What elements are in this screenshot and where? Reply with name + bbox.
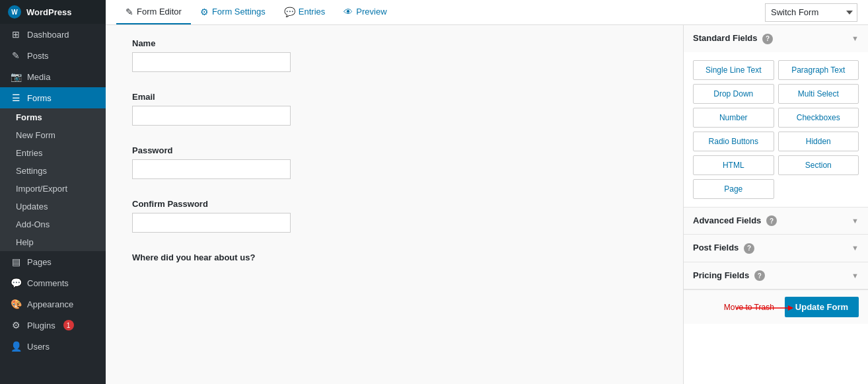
field-name: Name [132,38,657,72]
submenu-entries[interactable]: Entries [0,144,106,162]
field-btn-html[interactable]: HTML [693,155,774,175]
pricing-fields-section: Pricing Fields ? ▼ [684,262,868,290]
field-confirm-password: Confirm Password [132,199,657,233]
field-confirm-password-input[interactable] [132,213,291,233]
field-name-label: Name [132,38,657,48]
entries-icon: 💬 [284,7,295,17]
wp-logo-icon: W [8,5,21,19]
sidebar-item-media[interactable]: 📷 Media [0,66,106,87]
submenu-forms[interactable]: Forms [0,108,106,126]
tab-label: Preview [356,7,386,17]
sidebar-item-label: Media [27,72,50,82]
main-content: ✎ Form Editor ⚙ Form Settings 💬 Entries … [106,0,868,384]
field-btn-single-line-text[interactable]: Single Line Text [693,60,774,80]
standard-fields-content: Single Line Text Paragraph Text Drop Dow… [684,52,868,207]
comments-icon: 💬 [10,278,22,288]
bottom-bar: Move to Trash Update Form [684,289,868,324]
field-email-label: Email [132,92,657,102]
tab-label: Form Editor [137,7,182,17]
tab-form-editor[interactable]: ✎ Form Editor [116,0,191,24]
standard-fields-title: Standard Fields ? [693,33,773,44]
right-panel: Standard Fields ? ▼ Single Line Text Par… [683,25,868,384]
field-confirm-password-label: Confirm Password [132,199,657,209]
sidebar: W WordPress ⊞ Dashboard ✎ Posts 📷 Media … [0,0,106,384]
media-icon: 📷 [10,71,22,82]
field-btn-drop-down[interactable]: Drop Down [693,84,774,104]
sidebar-item-label: Comments [27,278,69,288]
form-editor-icon: ✎ [126,7,133,17]
switch-form-select[interactable]: Switch Form Contact Form Registration Fo… [765,3,857,22]
advanced-fields-help-icon: ? [766,215,777,226]
sidebar-item-label: Forms [27,93,52,103]
submenu-help[interactable]: Help [0,233,106,251]
field-btn-checkboxes[interactable]: Checkboxes [778,108,859,128]
tab-label: Entries [299,7,325,17]
advanced-fields-title: Advanced Fields ? [693,215,777,227]
pages-icon: ▤ [10,256,22,267]
field-btn-hidden[interactable]: Hidden [778,132,859,151]
post-fields-help-icon: ? [744,243,754,254]
field-btn-number[interactable]: Number [693,108,774,128]
forms-icon: ☰ [10,93,22,103]
move-to-trash-link[interactable]: Move to Trash [724,303,774,312]
sidebar-item-appearance[interactable]: 🎨 Appearance [0,293,106,315]
sidebar-item-label: Pages [27,257,52,267]
sidebar-item-comments[interactable]: 💬 Comments [0,272,106,293]
sidebar-item-label: Appearance [27,299,73,309]
pricing-fields-help-icon: ? [754,270,765,281]
advanced-fields-header[interactable]: Advanced Fields ? ▼ [684,208,868,235]
standard-fields-help-icon: ? [762,34,773,44]
fields-grid: Single Line Text Paragraph Text Drop Dow… [693,60,859,199]
topbar: ✎ Form Editor ⚙ Form Settings 💬 Entries … [106,0,868,25]
sidebar-item-label: Dashboard [27,30,69,40]
forms-submenu: Forms New Form Entries Settings Import/E… [0,108,106,251]
field-where-hear-label: Where did you hear about us? [132,252,657,262]
sidebar-item-users[interactable]: 👤 Users [0,336,106,357]
update-form-button[interactable]: Update Form [785,297,859,317]
field-btn-multi-select[interactable]: Multi Select [778,84,859,104]
users-icon: 👤 [10,341,22,352]
dashboard-icon: ⊞ [10,29,22,40]
field-email: Email [132,92,657,126]
tab-form-settings[interactable]: ⚙ Form Settings [191,0,275,24]
field-btn-radio-buttons[interactable]: Radio Buttons [693,132,774,151]
standard-fields-section: Standard Fields ? ▼ Single Line Text Par… [684,25,868,208]
field-password-label: Password [132,145,657,155]
tab-preview[interactable]: 👁 Preview [334,0,396,24]
sidebar-item-plugins[interactable]: ⚙ Plugins 1 [0,315,106,336]
content-area: Name Email Password Confirm Password Whe… [106,25,868,384]
submenu-new-form[interactable]: New Form [0,126,106,144]
sidebar-item-label: Plugins [27,321,55,330]
field-email-input[interactable] [132,106,291,126]
sidebar-item-dashboard[interactable]: ⊞ Dashboard [0,24,106,45]
submenu-settings[interactable]: Settings [0,162,106,180]
tab-label: Form Settings [212,7,266,17]
submenu-import-export[interactable]: Import/Export [0,180,106,198]
submenu-updates[interactable]: Updates [0,198,106,215]
plugins-icon: ⚙ [10,320,22,330]
field-btn-section[interactable]: Section [778,155,859,175]
field-btn-paragraph-text[interactable]: Paragraph Text [778,60,859,80]
field-btn-page[interactable]: Page [693,179,774,199]
posts-icon: ✎ [10,50,22,61]
sidebar-item-posts[interactable]: ✎ Posts [0,45,106,66]
field-name-input[interactable] [132,52,291,72]
wp-logo-text: WordPress [26,7,71,17]
appearance-icon: 🎨 [10,299,22,309]
sidebar-item-forms[interactable]: ☰ Forms [0,87,106,108]
field-password: Password [132,145,657,179]
post-fields-header[interactable]: Post Fields ? ▼ [684,235,868,262]
post-fields-chevron: ▼ [851,244,859,252]
post-fields-title: Post Fields ? [693,243,754,254]
field-where-hear: Where did you hear about us? [132,252,657,262]
submenu-add-ons[interactable]: Add-Ons [0,215,106,233]
post-fields-section: Post Fields ? ▼ [684,235,868,262]
sidebar-item-pages[interactable]: ▤ Pages [0,251,106,272]
advanced-fields-section: Advanced Fields ? ▼ [684,208,868,235]
sidebar-item-label: Users [27,342,50,352]
tab-entries[interactable]: 💬 Entries [275,0,334,24]
pricing-fields-header[interactable]: Pricing Fields ? ▼ [684,262,868,289]
standard-fields-header[interactable]: Standard Fields ? ▼ [684,25,868,52]
form-editor-canvas: Name Email Password Confirm Password Whe… [106,25,683,384]
field-password-input[interactable] [132,159,291,179]
